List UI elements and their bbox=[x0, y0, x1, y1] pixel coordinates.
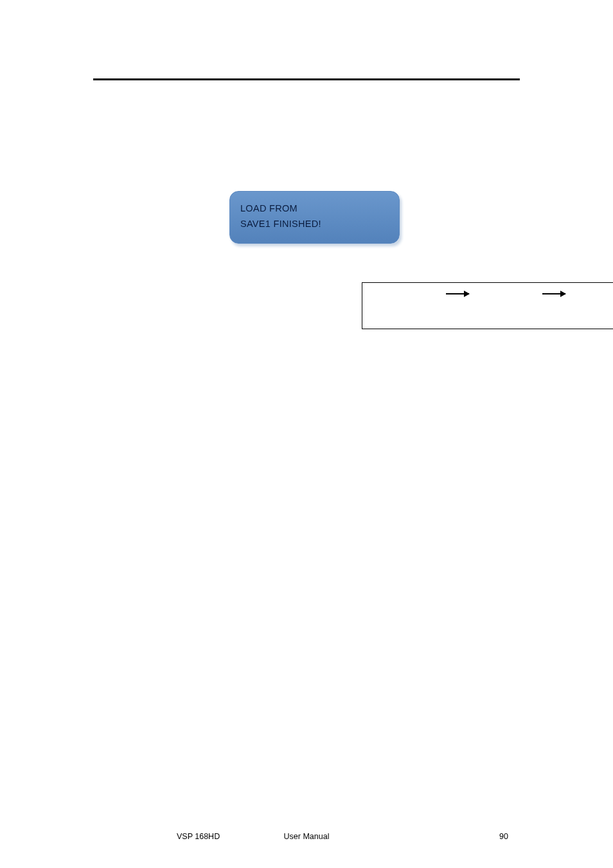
lcd-line-2: SAVE1 FINISHED! bbox=[240, 216, 389, 231]
footer-title: User Manual bbox=[284, 832, 330, 841]
lcd-line-1: LOAD FROM bbox=[240, 201, 389, 216]
arrow-right-icon bbox=[446, 293, 469, 294]
footer-page-number: 90 bbox=[499, 832, 508, 841]
nav-flow-box bbox=[362, 282, 613, 329]
header-divider bbox=[93, 78, 520, 80]
lcd-panel: LOAD FROM SAVE1 FINISHED! bbox=[229, 191, 400, 244]
header-spacer bbox=[93, 45, 520, 78]
page-footer: VSP 168HD User Manual 90 bbox=[93, 832, 520, 841]
footer-product: VSP 168HD bbox=[177, 832, 220, 841]
arrow-right-icon bbox=[542, 293, 565, 294]
